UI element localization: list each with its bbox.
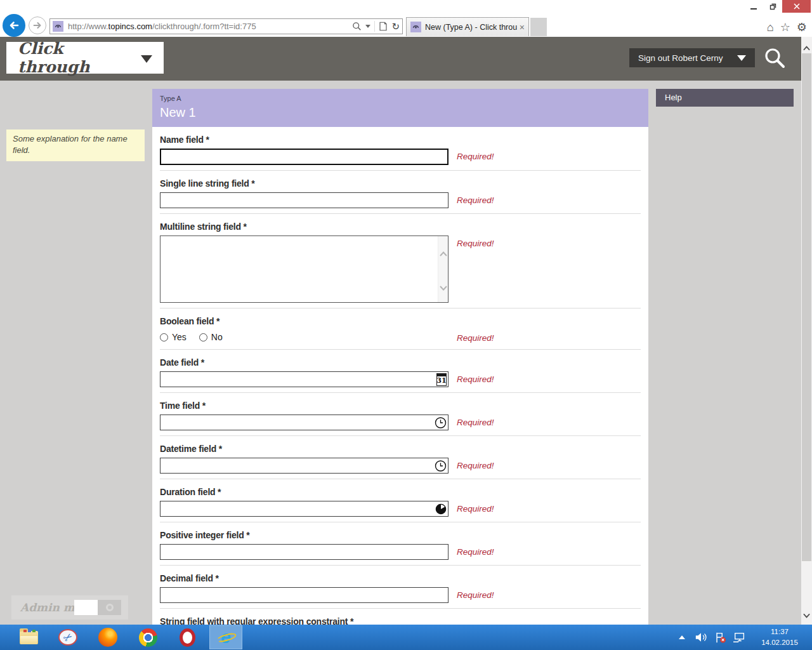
type-label: Type A <box>160 95 641 102</box>
required-message: Required! <box>457 547 494 557</box>
browser-tab[interactable]: New (Type A) - Click through × <box>406 17 529 36</box>
field-label: Multiline string field * <box>160 222 641 232</box>
volume-icon[interactable] <box>694 631 708 644</box>
radio-group: YesNo <box>160 330 641 344</box>
taskbar-clock[interactable]: 11:37 14.02.2015 <box>752 627 807 647</box>
back-button[interactable] <box>3 14 25 37</box>
window-titlebar <box>0 0 812 18</box>
calendar-icon: 31 <box>436 373 447 386</box>
close-button[interactable] <box>782 0 811 13</box>
required-message: Required! <box>457 590 494 600</box>
text-input[interactable] <box>160 192 449 208</box>
chrome-icon[interactable] <box>137 627 159 647</box>
internet-explorer-taskbar-button[interactable]: e <box>209 625 242 649</box>
form-row: Decimal field *Required! <box>160 566 641 609</box>
signout-dropdown-icon <box>737 55 746 61</box>
settings-gear-icon[interactable]: ⚙ <box>797 22 807 33</box>
page-content: Type A New 1 Help Some explanation for t… <box>0 81 812 625</box>
search-icon[interactable] <box>352 22 362 31</box>
restore-icon <box>769 3 777 11</box>
firefox-icon[interactable] <box>97 627 119 647</box>
required-message: Required! <box>457 461 494 470</box>
radio-button-icon[interactable] <box>199 333 207 342</box>
clock-date: 14.02.2015 <box>752 637 807 648</box>
scroll-down-icon[interactable] <box>440 282 447 293</box>
required-message: Required! <box>457 239 494 248</box>
header-search-button[interactable] <box>763 46 787 73</box>
divider <box>374 21 375 32</box>
radio-option-yes[interactable]: Yes <box>160 332 187 342</box>
form-row: Date field *31Required! <box>160 350 641 393</box>
form-rows: Name field *Required!Single line string … <box>152 127 648 625</box>
vertical-scrollbar[interactable] <box>801 37 812 625</box>
search-icon <box>763 46 787 70</box>
tab-close-icon[interactable]: × <box>520 22 525 32</box>
radio-label: Yes <box>172 332 187 342</box>
refresh-icon[interactable]: ↻ <box>391 22 400 31</box>
text-input[interactable] <box>160 587 449 603</box>
radio-button-icon[interactable] <box>160 333 168 342</box>
help-button[interactable]: Help <box>656 89 794 107</box>
action-center-flag-icon[interactable] <box>714 631 727 644</box>
address-bar[interactable]: http://www.topincs.com/clickthrough/.for… <box>49 18 403 34</box>
tab-favicon-icon <box>410 22 421 32</box>
form-row: Time field *Required! <box>160 393 641 436</box>
field-label: Positive integer field * <box>160 530 641 540</box>
form-row: Multiline string field *Required! <box>160 214 641 308</box>
app-logo-text: Click through <box>18 39 131 76</box>
search-dropdown-icon[interactable] <box>365 25 370 28</box>
calendar-picker-icon[interactable]: 31 <box>436 373 447 386</box>
scrollbar-thumb[interactable] <box>802 53 811 561</box>
url-text[interactable]: http://www.topincs.com/clickthrough/.for… <box>68 22 352 31</box>
form-row: Datetime field *Required! <box>160 436 641 479</box>
network-icon[interactable] <box>733 631 747 644</box>
text-input[interactable] <box>160 544 449 560</box>
toggle-knob <box>74 600 98 615</box>
snipping-tool-icon[interactable]: ✂ <box>57 627 79 647</box>
text-input[interactable] <box>160 458 449 474</box>
time-picker-icon[interactable] <box>435 416 447 428</box>
page-title: New 1 <box>160 105 641 120</box>
time-picker-icon[interactable] <box>435 460 447 472</box>
file-explorer-icon[interactable] <box>18 627 39 647</box>
toggle-off-icon <box>106 604 114 611</box>
field-label: String field with regular expression con… <box>160 616 641 625</box>
favorites-star-icon[interactable]: ☆ <box>780 22 790 33</box>
form-row: Duration field *Required! <box>160 479 641 522</box>
form-row: Name field *Required! <box>160 127 641 171</box>
radio-option-no[interactable]: No <box>199 332 223 342</box>
back-icon <box>8 19 20 32</box>
opera-icon[interactable] <box>176 627 198 647</box>
textarea-scrollbar[interactable] <box>438 236 448 302</box>
compatibility-icon[interactable] <box>379 22 388 31</box>
text-input[interactable] <box>160 501 449 517</box>
text-input[interactable] <box>160 149 449 165</box>
field-label: Name field * <box>160 135 641 145</box>
radio-label: No <box>211 332 223 342</box>
required-message: Required! <box>457 504 494 514</box>
scroll-up-icon[interactable] <box>803 42 810 53</box>
field-label: Time field * <box>160 401 641 411</box>
tab-title: New (Type A) - Click through <box>425 23 517 32</box>
duration-picker-icon[interactable] <box>435 503 447 515</box>
text-input[interactable]: 31 <box>160 371 449 387</box>
minimize-button[interactable] <box>744 0 763 13</box>
new-tab-button[interactable] <box>530 18 547 36</box>
signout-button[interactable]: Sign out Robert Cerny <box>629 48 755 67</box>
scroll-up-icon[interactable] <box>440 248 447 259</box>
multiline-text-input[interactable] <box>160 235 449 303</box>
signout-label: Sign out Robert Cerny <box>638 53 723 63</box>
app-logo-menu[interactable]: Click through <box>6 42 164 74</box>
clock-time: 11:37 <box>752 627 807 637</box>
admin-mode-toggle[interactable] <box>74 600 121 615</box>
tray-expand-icon[interactable] <box>679 635 685 639</box>
forward-button[interactable] <box>29 17 46 34</box>
field-label: Boolean field * <box>160 316 641 326</box>
restore-button[interactable] <box>763 0 782 13</box>
required-message: Required! <box>457 333 494 343</box>
home-icon[interactable]: ⌂ <box>767 22 774 33</box>
app-header: Click through Sign out Robert Cerny <box>0 37 812 81</box>
form-row: Boolean field *YesNoRequired! <box>160 308 641 350</box>
scroll-down-icon[interactable] <box>803 609 810 621</box>
text-input[interactable] <box>160 415 449 430</box>
